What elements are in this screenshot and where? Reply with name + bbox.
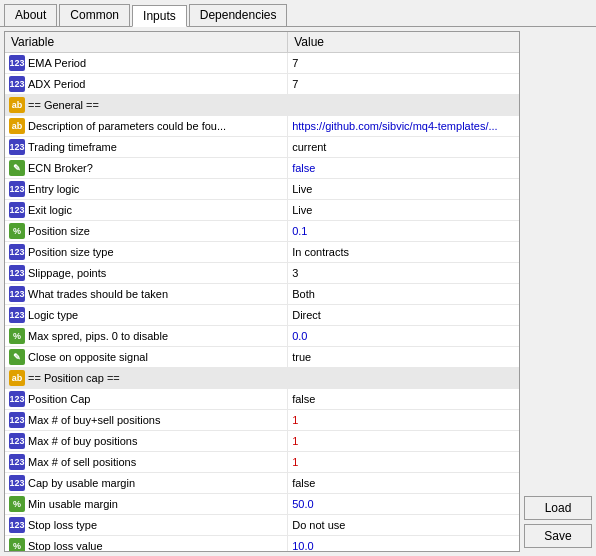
table-row[interactable]: 123Max # of buy positions1 <box>5 431 519 452</box>
row-variable-text: == General == <box>28 99 99 111</box>
row-variable-text: Entry logic <box>28 183 79 195</box>
row-variable: 123Trading timeframe <box>5 137 288 158</box>
row-value: false <box>288 158 519 179</box>
table-scroll[interactable]: Variable Value 123EMA Period7123ADX Peri… <box>5 32 519 551</box>
row-icon: 123 <box>9 433 25 449</box>
row-value: 3 <box>288 263 519 284</box>
row-value: 10.0 <box>288 536 519 552</box>
row-variable-text: == Position cap == <box>28 372 120 384</box>
row-value: Live <box>288 200 519 221</box>
row-icon: % <box>9 223 25 239</box>
row-value: 50.0 <box>288 494 519 515</box>
row-variable: 123Stop loss type <box>5 515 288 536</box>
row-variable-text: Min usable margin <box>28 498 118 510</box>
row-variable-text: Close on opposite signal <box>28 351 148 363</box>
table-row[interactable]: ✎ECN Broker?false <box>5 158 519 179</box>
tab-common[interactable]: Common <box>59 4 130 26</box>
row-icon: ab <box>9 370 25 386</box>
row-value: Do not use <box>288 515 519 536</box>
table-row[interactable]: %Stop loss value10.0 <box>5 536 519 552</box>
row-value <box>288 95 519 116</box>
row-variable-text: Slippage, points <box>28 267 106 279</box>
row-variable: 123Max # of buy+sell positions <box>5 410 288 431</box>
row-variable: %Stop loss value <box>5 536 288 552</box>
row-variable: ✎Close on opposite signal <box>5 347 288 368</box>
row-variable: ab== Position cap == <box>5 368 288 389</box>
table-row[interactable]: 123Max # of buy+sell positions1 <box>5 410 519 431</box>
table-row[interactable]: 123ADX Period7 <box>5 74 519 95</box>
row-variable: 123Cap by usable margin <box>5 473 288 494</box>
table-row[interactable]: 123Exit logicLive <box>5 200 519 221</box>
col-variable: Variable <box>5 32 288 53</box>
tab-inputs[interactable]: Inputs <box>132 5 187 27</box>
row-value: false <box>288 389 519 410</box>
row-icon: 123 <box>9 412 25 428</box>
row-variable: ✎ECN Broker? <box>5 158 288 179</box>
tab-about[interactable]: About <box>4 4 57 26</box>
table-row[interactable]: ab== Position cap == <box>5 368 519 389</box>
row-icon: 123 <box>9 307 25 323</box>
params-table: Variable Value 123EMA Period7123ADX Peri… <box>5 32 519 551</box>
row-icon: 123 <box>9 202 25 218</box>
table-row[interactable]: 123Position Capfalse <box>5 389 519 410</box>
row-icon: 123 <box>9 55 25 71</box>
row-icon: 123 <box>9 139 25 155</box>
table-row[interactable]: 123Trading timeframecurrent <box>5 137 519 158</box>
row-value: 1 <box>288 410 519 431</box>
row-icon: 123 <box>9 517 25 533</box>
row-variable: 123Position Cap <box>5 389 288 410</box>
load-button[interactable]: Load <box>524 496 592 520</box>
row-variable: 123Max # of sell positions <box>5 452 288 473</box>
row-icon: 123 <box>9 391 25 407</box>
row-variable-text: Stop loss value <box>28 540 103 551</box>
row-icon: % <box>9 538 25 551</box>
row-variable-text: Stop loss type <box>28 519 97 531</box>
row-icon: 123 <box>9 244 25 260</box>
row-variable: %Min usable margin <box>5 494 288 515</box>
row-value: 0.1 <box>288 221 519 242</box>
table-row[interactable]: 123Stop loss typeDo not use <box>5 515 519 536</box>
table-row[interactable]: ab== General == <box>5 95 519 116</box>
row-variable-text: Max # of sell positions <box>28 456 136 468</box>
table-row[interactable]: %Max spred, pips. 0 to disable0.0 <box>5 326 519 347</box>
table-row[interactable]: %Min usable margin50.0 <box>5 494 519 515</box>
row-value: 1 <box>288 452 519 473</box>
params-table-container: Variable Value 123EMA Period7123ADX Peri… <box>4 31 520 552</box>
row-icon: ab <box>9 118 25 134</box>
row-variable-text: Max spred, pips. 0 to disable <box>28 330 168 342</box>
table-row[interactable]: 123Position size typeIn contracts <box>5 242 519 263</box>
row-variable: 123Logic type <box>5 305 288 326</box>
row-icon: 123 <box>9 181 25 197</box>
row-icon: 123 <box>9 286 25 302</box>
row-variable-text: Exit logic <box>28 204 72 216</box>
row-value: 1 <box>288 431 519 452</box>
row-variable: 123Max # of buy positions <box>5 431 288 452</box>
table-row[interactable]: 123Max # of sell positions1 <box>5 452 519 473</box>
right-panel: Load Save <box>520 31 592 552</box>
row-variable: 123Exit logic <box>5 200 288 221</box>
row-icon: 123 <box>9 475 25 491</box>
table-row[interactable]: 123Entry logicLive <box>5 179 519 200</box>
row-value: 7 <box>288 53 519 74</box>
table-row[interactable]: 123Logic typeDirect <box>5 305 519 326</box>
row-value: 0.0 <box>288 326 519 347</box>
table-row[interactable]: ✎Close on opposite signaltrue <box>5 347 519 368</box>
row-value: https://github.com/sibvic/mq4-templates/… <box>288 116 519 137</box>
row-variable: 123Entry logic <box>5 179 288 200</box>
row-icon: 123 <box>9 265 25 281</box>
tab-dependencies[interactable]: Dependencies <box>189 4 288 26</box>
row-variable: abDescription of parameters could be fou… <box>5 116 288 137</box>
table-row[interactable]: %Position size0.1 <box>5 221 519 242</box>
row-variable-text: Position size <box>28 225 90 237</box>
row-variable-text: Trading timeframe <box>28 141 117 153</box>
row-variable: %Max spred, pips. 0 to disable <box>5 326 288 347</box>
row-variable: 123EMA Period <box>5 53 288 74</box>
row-icon: ✎ <box>9 349 25 365</box>
table-row[interactable]: 123EMA Period7 <box>5 53 519 74</box>
row-variable: %Position size <box>5 221 288 242</box>
table-row[interactable]: 123Cap by usable marginfalse <box>5 473 519 494</box>
table-row[interactable]: 123What trades should be takenBoth <box>5 284 519 305</box>
table-row[interactable]: 123Slippage, points3 <box>5 263 519 284</box>
table-row[interactable]: abDescription of parameters could be fou… <box>5 116 519 137</box>
save-button[interactable]: Save <box>524 524 592 548</box>
